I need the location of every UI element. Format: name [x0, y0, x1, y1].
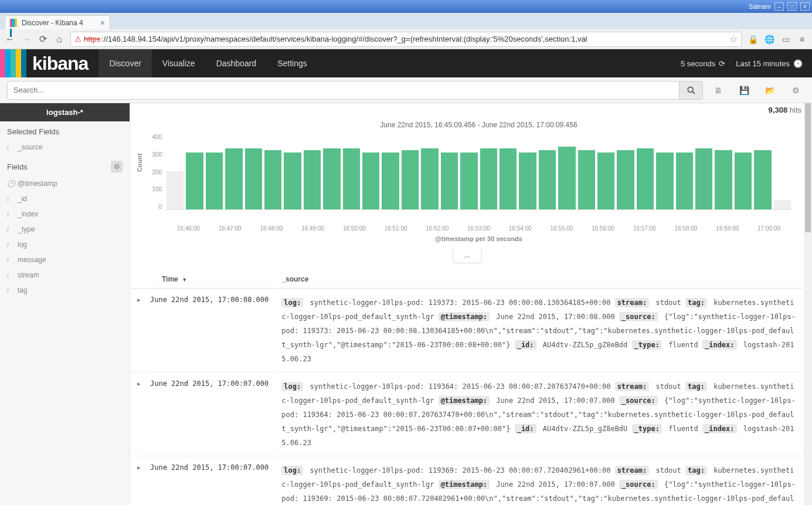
source-key: tag:	[685, 382, 707, 391]
reload-icon[interactable]: ⟳	[38, 33, 48, 45]
chart-bar[interactable]	[225, 148, 242, 209]
chart-bar[interactable]	[480, 148, 497, 209]
chart-bar[interactable]	[186, 152, 203, 210]
xtick: 16:52:00	[426, 225, 449, 232]
scrollbar[interactable]	[804, 103, 812, 505]
chart-bar[interactable]	[676, 152, 693, 210]
chart-bar[interactable]	[715, 150, 732, 209]
chart-bar[interactable]	[656, 152, 673, 210]
field-type-icon: 🕒	[7, 180, 13, 188]
field-item[interactable]: tstream	[0, 267, 130, 283]
search-button[interactable]	[680, 81, 703, 100]
chart-bar[interactable]	[519, 152, 536, 210]
search-input[interactable]	[13, 86, 673, 94]
collapse-button[interactable]: ︿	[453, 249, 482, 263]
chart-bar[interactable]	[754, 150, 771, 209]
window-maximize-button[interactable]: □	[787, 2, 797, 11]
field-item[interactable]: t_source	[0, 140, 130, 155]
nav-settings[interactable]: Settings	[267, 49, 318, 77]
source-key: _source:	[619, 396, 658, 405]
chart-bar[interactable]	[284, 152, 301, 210]
field-item[interactable]: t_type	[0, 222, 130, 237]
chart-bar[interactable]	[617, 150, 634, 209]
chart-bar[interactable]	[597, 152, 614, 210]
forward-icon[interactable]: →	[21, 34, 32, 45]
index-pattern-selector[interactable]: logstash-*	[0, 103, 130, 121]
chart-bar[interactable]	[421, 148, 438, 209]
caret-right-icon: ▸	[137, 296, 141, 304]
chart-bar[interactable]	[539, 150, 556, 209]
chart-bar[interactable]	[637, 148, 654, 209]
nav-visualize[interactable]: Visualize	[152, 49, 206, 77]
config-button[interactable]: ⚙	[785, 81, 806, 100]
expand-row-button[interactable]: ▸	[131, 457, 143, 505]
source-key: @timestamp:	[439, 480, 490, 489]
bookmark-star-icon[interactable]: ☆	[729, 33, 738, 45]
chart-bar[interactable]	[735, 152, 752, 210]
chart-bar[interactable]	[558, 147, 575, 209]
chart-bar[interactable]	[578, 150, 595, 209]
chart-bar[interactable]	[245, 148, 262, 209]
field-item[interactable]: 🕒@timestamp	[0, 176, 130, 191]
nav-discover[interactable]: Discover	[98, 49, 151, 77]
table-row: ▸June 22nd 2015, 17:00:07.000 log: synth…	[131, 374, 803, 456]
chart-bar[interactable]	[441, 152, 458, 210]
nav-label: Visualize	[162, 59, 195, 68]
xtick: 17:00:00	[757, 225, 780, 232]
nav-label: Discover	[109, 59, 141, 68]
save-search-button[interactable]: 💾	[733, 81, 755, 100]
window-close-button[interactable]: ×	[800, 2, 810, 11]
extension-icon-3[interactable]: ▭	[780, 34, 791, 45]
source-value: stdout	[655, 382, 681, 391]
expand-row-button[interactable]: ▸	[131, 374, 143, 456]
field-item[interactable]: tlog	[0, 237, 130, 252]
chart-bars[interactable]	[165, 134, 792, 210]
xtick: 16:51:00	[385, 225, 407, 232]
chart-bar-partial[interactable]	[774, 200, 791, 209]
new-search-button[interactable]: 🗎	[708, 81, 729, 100]
open-search-button[interactable]: 📂	[759, 81, 780, 100]
chart-bar[interactable]	[323, 148, 340, 209]
tab-close-icon[interactable]: ×	[100, 18, 105, 28]
column-header-time[interactable]: Time ▼	[144, 270, 274, 289]
chart-bar[interactable]	[264, 150, 281, 209]
chart-bar[interactable]	[695, 148, 712, 209]
field-item[interactable]: t_index	[0, 206, 130, 222]
chart-bar[interactable]	[402, 150, 419, 209]
chart-bar[interactable]	[362, 152, 379, 210]
time-picker[interactable]: Last 15 minutes 🕒	[736, 59, 803, 68]
column-header-source[interactable]: _source	[276, 270, 803, 289]
gear-icon: ⚙	[114, 162, 120, 171]
chart-bar[interactable]	[460, 152, 477, 210]
expand-row-button[interactable]: ▸	[131, 290, 143, 372]
home-icon[interactable]: ⌂	[54, 34, 64, 45]
back-icon[interactable]: ←	[5, 34, 15, 45]
chart-bar[interactable]	[343, 148, 360, 209]
extension-icon-1[interactable]: 🔒	[748, 34, 758, 45]
field-item[interactable]: ttag	[0, 283, 130, 298]
url-bar[interactable]: ⚠ https ://146.148.94.154/api/v1/proxy/n…	[70, 32, 742, 47]
field-item[interactable]: t_id	[0, 191, 130, 206]
timerange-label: Last 15 minutes	[736, 59, 790, 68]
search-input-wrap[interactable]	[7, 81, 680, 100]
section-label: Fields	[7, 162, 28, 171]
chrome-menu-icon[interactable]: ≡	[797, 34, 807, 45]
source-value: AU4dtv-ZZL5p_gZ8eBdU	[543, 425, 628, 433]
extension-icon-2[interactable]: 🌐	[764, 34, 774, 45]
refresh-interval[interactable]: 5 seconds ⟳	[681, 59, 725, 68]
source-value: AU4dtv-ZZL5p_gZ8eBdd	[543, 341, 628, 349]
xtick: 16:49:00	[301, 225, 324, 232]
source-value: June 22nd 2015, 17:00:07.000	[496, 480, 614, 489]
chart-bar[interactable]	[500, 148, 517, 209]
window-minimize-button[interactable]: –	[774, 2, 784, 11]
chart-bar[interactable]	[206, 152, 223, 210]
chart-bar[interactable]	[304, 150, 321, 209]
field-item[interactable]: tmessage	[0, 252, 130, 267]
browser-tab[interactable]: Discover - Kibana 4 ×	[5, 15, 110, 29]
fields-filter-button[interactable]: ⚙	[111, 161, 123, 172]
chart-bar[interactable]	[382, 152, 399, 210]
ytick: 200	[144, 169, 162, 175]
scrollbar-thumb[interactable]	[805, 103, 811, 232]
chart-bar-partial[interactable]	[167, 171, 184, 209]
nav-dashboard[interactable]: Dashboard	[206, 49, 267, 77]
